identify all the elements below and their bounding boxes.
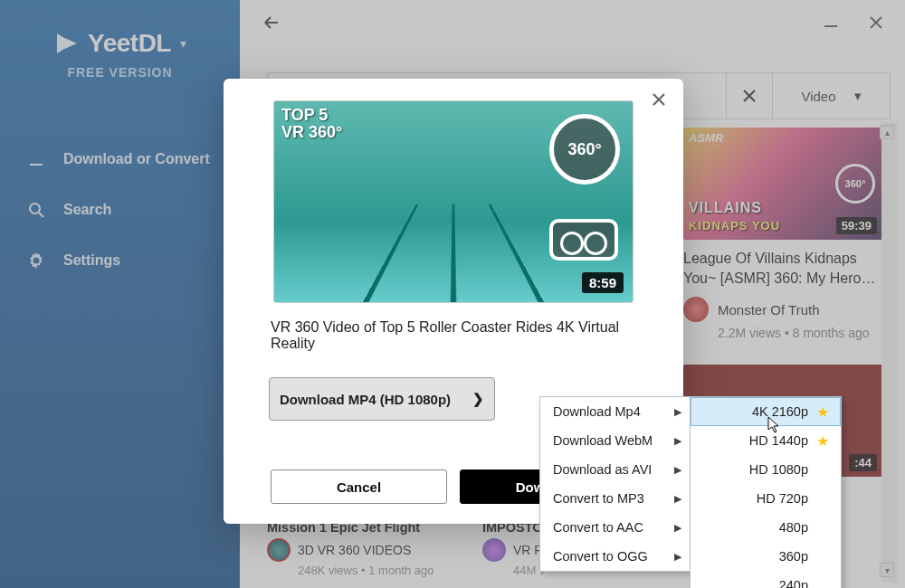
modal-video-title: VR 360 Video of Top 5 Roller Coaster Rid… [271, 319, 636, 352]
duration-badge: 8:59 [582, 272, 624, 293]
submenu-arrow-icon: ▶ [674, 435, 681, 447]
quality-option-360p[interactable]: 360p [691, 542, 841, 571]
star-icon: ★ [815, 403, 830, 421]
format-context-menu: Download Mp4▶ Download WebM▶ Download as… [539, 396, 691, 572]
quality-option-480p[interactable]: 480p [691, 513, 841, 542]
thumb-overlay: TOP 5VR 360° [281, 107, 342, 141]
menu-item-convert-ogg[interactable]: Convert to OGG▶ [540, 542, 691, 571]
quality-option-hd-720p[interactable]: HD 720p [691, 484, 841, 513]
quality-submenu: 4K 2160p★ HD 1440p★ HD 1080p HD 720p 480… [690, 396, 842, 588]
menu-item-download-avi[interactable]: Download as AVI▶ [540, 455, 691, 484]
submenu-arrow-icon: ▶ [674, 493, 681, 505]
quality-option-4k-2160p[interactable]: 4K 2160p★ [691, 397, 841, 426]
menu-item-convert-aac[interactable]: Convert to AAC▶ [540, 513, 691, 542]
quality-option-240p[interactable]: 240p [691, 571, 841, 588]
menu-item-download-mp4[interactable]: Download Mp4▶ [540, 397, 691, 426]
download-format-label: Download MP4 (HD 1080p) [280, 392, 451, 407]
menu-item-convert-mp3[interactable]: Convert to MP3▶ [540, 484, 691, 513]
vr-headset-icon [549, 219, 618, 261]
chevron-right-icon: ❯ [472, 391, 484, 407]
menu-item-download-webm[interactable]: Download WebM▶ [540, 426, 691, 455]
download-format-button[interactable]: Download MP4 (HD 1080p) ❯ [269, 377, 495, 421]
star-icon: ★ [815, 432, 830, 450]
cancel-button[interactable]: Cancel [271, 469, 447, 504]
submenu-arrow-icon: ▶ [674, 551, 681, 563]
modal-close-button[interactable] [647, 88, 671, 111]
modal-thumbnail: TOP 5VR 360° 360° 8:59 [273, 100, 634, 303]
submenu-arrow-icon: ▶ [674, 406, 681, 418]
submenu-arrow-icon: ▶ [674, 522, 681, 534]
submenu-arrow-icon: ▶ [674, 464, 681, 476]
quality-option-hd-1440p[interactable]: HD 1440p★ [691, 426, 841, 455]
quality-option-hd-1080p[interactable]: HD 1080p [691, 455, 841, 484]
badge-360-icon: 360° [549, 114, 620, 185]
